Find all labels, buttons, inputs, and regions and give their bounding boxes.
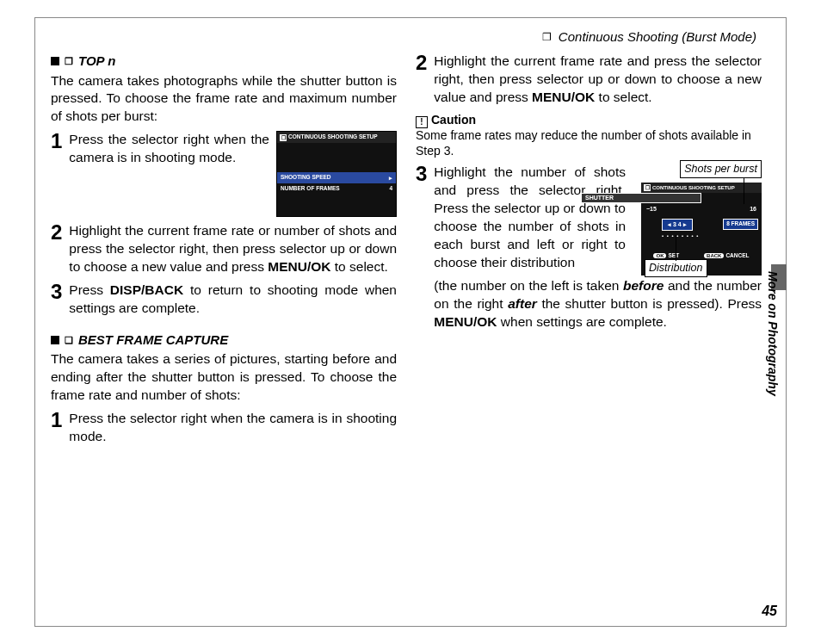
cam2-title-text: CONTINUOUS SHOOTING SETUP — [652, 184, 735, 191]
bullet-icon — [51, 57, 59, 65]
leader-line — [676, 235, 676, 261]
step-number: 3 — [51, 282, 62, 318]
cam1-row-frames: NUMBER OF FRAMES 4 — [277, 183, 396, 195]
step-number: 1 — [51, 131, 62, 217]
section-bfc-head: ❏ BEST FRAME CAPTURE — [51, 331, 397, 349]
after-label: after — [508, 296, 537, 311]
step-b1-text: Press the selector right when the camera… — [69, 410, 397, 446]
cam1-row-speed: SHOOTING SPEED ▸ — [277, 172, 396, 183]
callout-shots-per-burst: Shots per burst — [680, 160, 762, 178]
before-label: before — [623, 278, 664, 293]
cam1-frames-label: NUMBER OF FRAMES — [281, 185, 340, 193]
cam1-frames-val: 4 — [389, 185, 392, 193]
menu-ok-label: MENU/OK — [268, 259, 330, 274]
leader-line — [744, 178, 744, 204]
step-number: 1 — [51, 410, 62, 446]
burst-icon: ❐ — [65, 55, 73, 68]
step-number: 3 — [416, 164, 427, 331]
section-top-n-intro: The camera takes photographs while the s… — [51, 72, 397, 127]
step-2: 2 Highlight the current frame rate or nu… — [51, 222, 397, 276]
cam2-ok-pill: OK — [653, 253, 666, 258]
caution-head: !Caution — [416, 112, 762, 128]
columns: ❐ TOP n The camera takes photographs whi… — [51, 53, 762, 569]
page-number: 45 — [762, 602, 777, 621]
r-step-3: 3 Highlight the number of shots and pres… — [416, 164, 762, 331]
page: ❐ Continuous Shooting (Burst Mode) ❐ TOP… — [34, 17, 787, 627]
right-column: 2 Highlight the current frame rate and p… — [416, 53, 762, 569]
disp-back-label: DISP/BACK — [110, 282, 183, 297]
menu-ok-label: MENU/OK — [532, 90, 595, 104]
r-step-3-text-top: Highlight the number of shots and press … — [434, 164, 626, 272]
section-title: TOP n — [78, 53, 115, 70]
step-number: 2 — [416, 53, 427, 107]
section-bfc-intro: The camera takes a series of pictures, s… — [51, 350, 397, 405]
cam2-shutter: SHUTTER — [581, 193, 701, 202]
cam1-speed-label: SHOOTING SPEED — [281, 174, 331, 182]
caution-icon: ! — [416, 116, 428, 128]
step-number: 2 — [51, 222, 62, 276]
cam2-cancel: CANCEL — [725, 252, 749, 258]
side-tab: More on Photography — [769, 271, 781, 424]
cam2-minus: −15 — [646, 205, 657, 213]
r-step-2: 2 Highlight the current frame rate and p… — [416, 53, 762, 107]
section-title: BEST FRAME CAPTURE — [78, 331, 228, 349]
cam-icon: ❐ — [280, 134, 287, 141]
step-3-text: Press DISP/BACK to return to shooting mo… — [69, 282, 397, 318]
cam1-speed-val: ▸ — [389, 174, 392, 182]
step-1-text: Press the selector right when the camera… — [69, 131, 269, 167]
cam2-back-pill: BACK — [704, 253, 724, 258]
cam2-selection: ◂ 3 4 ▸ — [662, 219, 693, 230]
bfc-icon: ❏ — [65, 334, 73, 347]
cam1-title-text: CONTINUOUS SHOOTING SETUP — [288, 133, 378, 141]
r-step-2-text: Highlight the current frame rate and pre… — [434, 53, 762, 107]
r-step-3-text-rest: (the number on the left is taken before … — [434, 277, 762, 331]
step-1: 1 Press the selector right when the came… — [51, 131, 397, 217]
cam2-set: SET — [668, 252, 679, 258]
left-column: ❐ TOP n The camera takes photographs whi… — [51, 53, 397, 569]
camera-screen-2-wrap: Shots per burst ❐ CONTINUOUS SHOOTING SE… — [633, 164, 762, 276]
menu-ok-label: MENU/OK — [434, 314, 497, 329]
cam2-dots: • • • • • • • • — [662, 232, 699, 239]
header-title: Continuous Shooting (Burst Mode) — [559, 29, 756, 44]
cam-icon: ❐ — [644, 184, 651, 191]
burst-icon: ❐ — [542, 31, 552, 43]
caution-label: Caution — [431, 113, 476, 127]
callout-distribution: Distribution — [645, 259, 707, 277]
cam2-plus: 16 — [750, 205, 756, 213]
step-3: 3 Press DISP/BACK to return to shooting … — [51, 282, 397, 318]
caution-body: Some frame rates may reduce the number o… — [416, 128, 762, 158]
step-b1: 1 Press the selector right when the came… — [51, 410, 397, 446]
camera-screen-1: ❐ CONTINUOUS SHOOTING SETUP SHOOTING SPE… — [276, 131, 397, 217]
bullet-icon — [51, 336, 59, 344]
page-header: ❐ Continuous Shooting (Burst Mode) — [51, 28, 762, 46]
cam1-title: ❐ CONTINUOUS SHOOTING SETUP — [277, 132, 396, 143]
section-top-n-head: ❐ TOP n — [51, 53, 397, 70]
step-2-text: Highlight the current frame rate or numb… — [69, 222, 397, 276]
cam2-frames: 8 FRAMES — [723, 219, 758, 230]
